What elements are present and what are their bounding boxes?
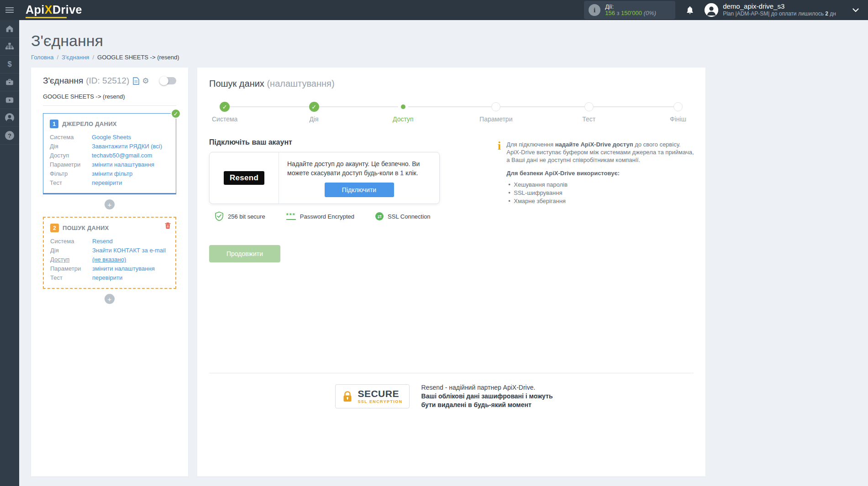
logo-part-x: X — [45, 3, 53, 16]
delete-trash-icon[interactable] — [165, 222, 171, 229]
youtube-icon — [5, 95, 14, 105]
sidebar-item-home[interactable] — [0, 20, 19, 38]
step-test[interactable]: Тест — [576, 102, 602, 123]
sidebar-item-help[interactable]: ? — [0, 127, 19, 145]
list-item: Хмарне зберігання — [506, 197, 695, 205]
continue-button[interactable]: Продовжити — [209, 245, 280, 262]
search-number-badge: 2 — [50, 224, 59, 232]
source-system-link[interactable]: Google Sheets — [92, 133, 169, 142]
search-action-link[interactable]: Знайти КОНТАКТ за e-mail — [92, 246, 169, 255]
table-row: Параметри змінити налаштування — [50, 264, 169, 273]
sitemap-icon — [5, 42, 14, 51]
step-action[interactable]: ✓ Дія — [301, 102, 327, 123]
breadcrumb-home-link[interactable]: Головна — [31, 54, 53, 61]
sidebar-item-connections[interactable] — [0, 38, 19, 56]
user-plan: Plan |ADM-AP-SM| до оплати лишилось 2 дн — [723, 10, 836, 17]
info-security-title: Для безпеки ApiX-Drive використовує: — [506, 169, 695, 177]
table-row: Система Resend — [50, 237, 169, 246]
step-system[interactable]: ✓ Система — [212, 102, 237, 123]
setup-title: Пошук даних (налаштування) — [209, 78, 694, 89]
data-search-card[interactable]: 2 ПОШУК ДАНИХ Система Resend Дія Знайти … — [43, 217, 176, 289]
active-dot-icon — [401, 105, 405, 109]
notifications-bell-icon[interactable] — [685, 5, 694, 15]
actions-counter[interactable]: i Дії: 156 з 150'000 (0%) — [584, 1, 675, 19]
sidebar-item-profile[interactable] — [0, 109, 19, 127]
trust-badges-row: 256 bit secure *** Password Encrypted ⇄ … — [209, 211, 694, 221]
source-test-link[interactable]: перевірити — [92, 178, 169, 188]
password-asterisks-icon: *** — [286, 213, 296, 220]
connection-title: З'єднання — [43, 76, 83, 86]
page-title: З'єднання — [31, 32, 868, 50]
step-finish[interactable]: Фініш — [665, 102, 691, 123]
actions-counts: 156 з 150'000 (0%) — [605, 10, 656, 16]
setup-panel: Пошук даних (налаштування) ✓ Система ✓ Д… — [197, 68, 705, 476]
info-paragraph: Для підключення надайте ApiX-Drive досту… — [506, 141, 695, 164]
source-access-link[interactable]: techavb50@gmail.com — [92, 151, 169, 160]
document-icon[interactable] — [133, 77, 139, 85]
add-step-button[interactable]: + — [105, 294, 115, 304]
info-security-list: Хешування паролів SSL-шифрування Хмарне … — [506, 181, 695, 205]
search-test-link[interactable]: перевірити — [92, 273, 169, 282]
check-icon: ✓ — [309, 102, 319, 112]
todo-circle-icon — [491, 102, 500, 111]
user-icon — [5, 113, 15, 123]
list-item: SSL-шифрування — [506, 189, 695, 197]
trust-256bit: 256 bit secure — [215, 211, 265, 221]
svg-text:?: ? — [8, 132, 11, 139]
breadcrumb-connections-link[interactable]: З'єднання — [62, 54, 89, 61]
table-row: Дія Знайти КОНТАКТ за e-mail — [50, 246, 169, 255]
info-icon: i — [589, 4, 600, 16]
shield-check-icon — [215, 211, 224, 221]
home-icon — [5, 24, 14, 33]
connect-button[interactable]: Підключити — [325, 183, 394, 197]
todo-circle-icon — [584, 102, 594, 111]
help-icon: ? — [5, 131, 15, 141]
sidebar-item-video[interactable] — [0, 91, 19, 109]
source-card-title: ДЖЕРЕЛО ДАНИХ — [62, 120, 117, 127]
sidebar-item-billing[interactable]: $ — [0, 56, 19, 73]
connection-summary-panel: З'єднання (ID: 52512) ⚙ GOOGLE SHEETS ->… — [31, 68, 188, 476]
apix-drive-logo[interactable]: ApiXDrive — [26, 0, 82, 21]
chevron-down-icon[interactable] — [852, 8, 859, 12]
table-row: Фільтр змінити фільтр — [50, 169, 169, 178]
source-params-link[interactable]: змінити налаштування — [92, 160, 169, 169]
lock-icon — [342, 390, 353, 403]
source-filter-link[interactable]: змінити фільтр — [92, 169, 169, 178]
connect-description: Надайте доступ до акаунту. Це безпечно. … — [287, 159, 431, 178]
connection-id: (ID: 52512) — [86, 76, 129, 86]
dollar-icon: $ — [5, 60, 14, 69]
list-item: Хешування паролів — [506, 181, 695, 189]
footer-partner-text: Resend - надійний партнер ApiX-Drive. Ва… — [421, 383, 568, 409]
svg-text:$: $ — [7, 60, 11, 68]
step-access[interactable]: Доступ — [390, 102, 416, 123]
todo-circle-icon — [673, 102, 683, 111]
actions-label: Дії: — [605, 4, 656, 10]
table-row: Дія Завантажити РЯДКИ (всі) — [50, 142, 169, 151]
gear-icon[interactable]: ⚙ — [142, 77, 149, 85]
source-action-link[interactable]: Завантажити РЯДКИ (всі) — [92, 142, 169, 151]
search-params-link[interactable]: змінити налаштування — [92, 264, 169, 273]
search-system-link[interactable]: Resend — [92, 237, 169, 246]
ssl-sync-icon: ⇄ — [375, 212, 384, 220]
secure-badge-title: SECURE — [358, 389, 402, 398]
data-source-card[interactable]: ✓ 1 ДЖЕРЕЛО ДАНИХ Система Google Sheets … — [43, 113, 176, 194]
trust-ssl: ⇄ SSL Connection — [375, 212, 430, 220]
secure-ssl-badge: SECURE SSL ENCRYPTION — [335, 384, 409, 408]
hamburger-menu-icon[interactable] — [0, 0, 19, 20]
connection-enable-toggle[interactable] — [160, 77, 176, 84]
info-icon: i — [498, 141, 501, 205]
table-row: Доступ (не вказано) — [50, 255, 169, 264]
user-avatar[interactable] — [705, 3, 718, 17]
step-parameters[interactable]: Параметри — [479, 102, 512, 123]
add-step-button[interactable]: + — [105, 199, 115, 209]
table-row: Доступ techavb50@gmail.com — [50, 151, 169, 160]
source-complete-check-icon: ✓ — [171, 109, 181, 119]
user-menu[interactable]: demo_apix-drive_s3 Plan |ADM-AP-SM| до о… — [723, 3, 836, 17]
toggle-knob — [159, 76, 168, 85]
logo-part-api: Api — [26, 3, 45, 16]
table-row: Тест перевірити — [50, 273, 169, 282]
search-access-link[interactable]: (не вказано) — [92, 255, 169, 264]
table-row: Тест перевірити — [50, 178, 169, 188]
avatar-person-icon — [705, 3, 718, 17]
sidebar-item-services[interactable] — [0, 73, 19, 91]
